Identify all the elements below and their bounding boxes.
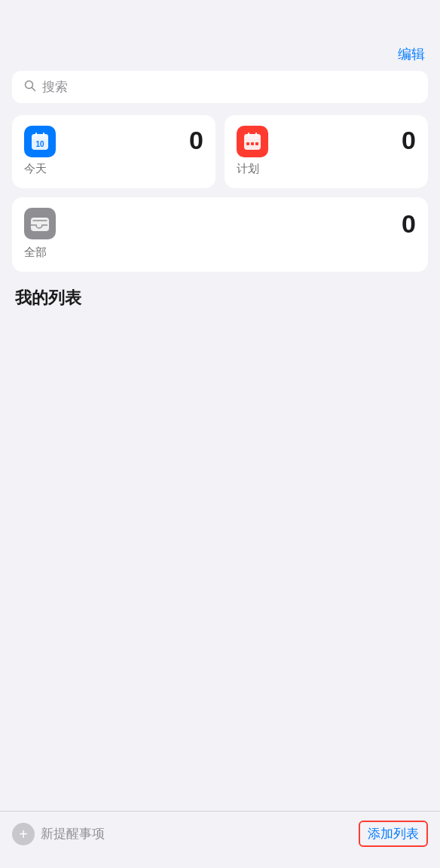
- svg-rect-10: [251, 142, 254, 145]
- svg-rect-8: [244, 134, 261, 139]
- planned-label: 计划: [237, 162, 416, 176]
- svg-line-1: [32, 87, 35, 90]
- today-label: 今天: [24, 162, 203, 176]
- calendar-planned-icon: [237, 126, 268, 157]
- new-reminder-button[interactable]: + 新提醒事项: [12, 823, 105, 845]
- all-count: 0: [402, 209, 416, 239]
- today-count: 0: [189, 126, 203, 155]
- calendar-today-icon: 10: [24, 126, 56, 157]
- today-card[interactable]: 10 0 今天: [12, 115, 215, 188]
- search-bar[interactable]: 搜索: [12, 71, 428, 103]
- search-bar-wrapper: 搜索: [0, 71, 440, 115]
- add-list-button[interactable]: 添加列表: [359, 821, 428, 847]
- svg-rect-12: [248, 132, 249, 136]
- header: 编辑: [0, 0, 440, 71]
- svg-rect-13: [255, 132, 257, 136]
- svg-text:10: 10: [35, 140, 44, 148]
- edit-button[interactable]: 编辑: [398, 45, 425, 63]
- svg-rect-5: [35, 132, 37, 136]
- search-placeholder: 搜索: [42, 78, 68, 96]
- planned-card[interactable]: 0 计划: [225, 115, 428, 188]
- all-label: 全部: [24, 245, 416, 260]
- svg-rect-14: [31, 218, 49, 231]
- my-lists-title: 我的列表: [0, 281, 440, 321]
- svg-rect-3: [32, 134, 48, 139]
- all-card[interactable]: 0 全部: [12, 197, 428, 272]
- planned-count: 0: [402, 126, 416, 155]
- new-reminder-label: 新提醒事项: [41, 825, 105, 842]
- inbox-icon: [24, 208, 56, 239]
- cards-grid: 10 0 今天 0 计划: [0, 115, 440, 197]
- search-icon: [24, 80, 36, 95]
- plus-circle-icon: +: [12, 823, 35, 845]
- svg-rect-11: [255, 142, 258, 145]
- svg-rect-6: [43, 132, 44, 136]
- svg-rect-9: [246, 142, 249, 145]
- bottom-toolbar: + 新提醒事项 添加列表: [0, 811, 440, 868]
